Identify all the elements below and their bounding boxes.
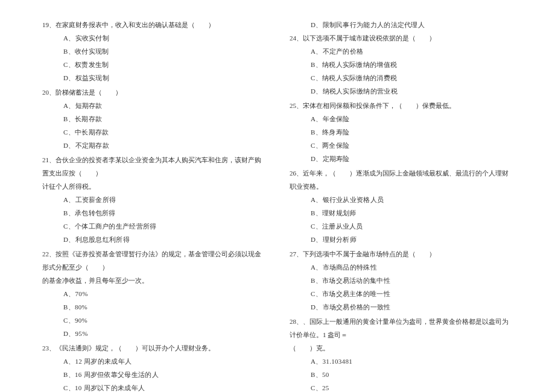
question-23: 23、《民法通则》规定，（ ）可以开办个人理财业务。 A、12 周岁的未成年人 … [42, 341, 265, 392]
q23-option-d: D、限制民事行为能力人的法定代理人 [290, 18, 513, 31]
q28-option-c: C、25 [290, 381, 513, 392]
q19-option-a: A、实收实付制 [42, 31, 265, 45]
question-25: 25、宋体在相同保额和投保条件下，（ ）保费最低。 A、年金保险 B、终身寿险 … [290, 99, 513, 165]
q23-stem: 23、《民法通则》规定，（ ）可以开办个人理财业务。 [42, 341, 265, 355]
question-20: 20、阶梯储蓄法是（ ） A、短期存款 B、长期存款 C、中长期存款 D、不定期… [42, 86, 265, 152]
q25-option-a: A、年金保险 [290, 112, 513, 125]
question-26: 26、近年来，（ ）逐渐成为国际上金融领域最权威、最流行的个人理财职业资格。 A… [290, 166, 513, 246]
q22-stem: 22、按照《证券投资基金管理暂行办法》的规定，基金管理公司必须以现金形式分配至少… [42, 247, 265, 274]
q28-stem: 28、、国际上一般通用的黄金计量单位为盎司，世界黄金价格都是以盎司为计价单位。1… [290, 315, 513, 341]
question-27: 27、下列选项中不属于金融市场特点的是（ ） A、市场商品的特殊性 B、市场交易… [290, 247, 513, 314]
q21-option-a: A、工资薪金所得 [42, 193, 265, 206]
q20-option-c: C、中长期存款 [42, 125, 265, 139]
q26-option-a: A、银行业从业资格人员 [290, 193, 513, 206]
q22-option-d: D、95% [42, 327, 265, 340]
q27-option-b: B、市场交易活动的集中性 [290, 274, 513, 287]
question-19: 19、在家庭财务报表中，收入和支出的确认基础是（ ） A、实收实付制 B、收付实… [42, 18, 265, 84]
q19-option-b: B、收付实现制 [42, 45, 265, 58]
q27-option-a: A、市场商品的特殊性 [290, 261, 513, 274]
q22-continuation: 的基金净收益，并且每年至少一次。 [42, 274, 265, 287]
right-column: D、限制民事行为能力人的法定代理人 24、以下选项不属于城市建设税依据的是（ ）… [290, 18, 513, 392]
q27-option-d: D、市场交易价格的一致性 [290, 300, 513, 314]
q26-option-d: D、理财分析师 [290, 233, 513, 246]
q21-continuation: 计征个人所得税。 [42, 180, 265, 193]
q27-option-c: C、市场交易主体的唯一性 [290, 287, 513, 300]
q20-stem: 20、阶梯储蓄法是（ ） [42, 86, 265, 99]
q22-option-c: C、90% [42, 314, 265, 327]
q25-stem: 25、宋体在相同保额和投保条件下，（ ）保费最低。 [290, 99, 513, 112]
q28-option-a: A、31.103481 [290, 355, 513, 368]
q27-stem: 27、下列选项中不属于金融市场特点的是（ ） [290, 247, 513, 261]
q28-continuation: （ ）克。 [290, 341, 513, 355]
question-22: 22、按照《证券投资基金管理暂行办法》的规定，基金管理公司必须以现金形式分配至少… [42, 247, 265, 340]
q26-option-c: C、注册从业人员 [290, 220, 513, 233]
q19-option-c: C、权责发生制 [42, 58, 265, 71]
q25-option-c: C、两全保险 [290, 139, 513, 152]
q20-option-d: D、不定期存款 [42, 139, 265, 152]
page-columns: 19、在家庭财务报表中，收入和支出的确认基础是（ ） A、实收实付制 B、收付实… [42, 18, 513, 392]
question-21: 21、合伙企业的投资者李某以企业资金为其本人购买汽车和住房，该财产购置支出应按（… [42, 153, 265, 246]
q24-option-a: A、不定产的价格 [290, 45, 513, 58]
question-28: 28、、国际上一般通用的黄金计量单位为盎司，世界黄金价格都是以盎司为计价单位。1… [290, 315, 513, 392]
q24-stem: 24、以下选项不属于城市建设税依据的是（ ） [290, 31, 513, 45]
q25-option-b: B、终身寿险 [290, 125, 513, 139]
left-column: 19、在家庭财务报表中，收入和支出的确认基础是（ ） A、实收实付制 B、收付实… [42, 18, 265, 392]
q24-option-c: C、纳税人实际缴纳的消费税 [290, 71, 513, 84]
q20-option-b: B、长期存款 [42, 112, 265, 125]
q21-option-b: B、承包转包所得 [42, 206, 265, 220]
q26-stem: 26、近年来，（ ）逐渐成为国际上金融领域最权威、最流行的个人理财职业资格。 [290, 166, 513, 193]
q19-option-d: D、权益实现制 [42, 71, 265, 84]
q21-stem: 21、合伙企业的投资者李某以企业资金为其本人购买汽车和住房，该财产购置支出应按（… [42, 153, 265, 180]
q21-option-c: C、个体工商户的生产经营所得 [42, 220, 265, 233]
q22-option-a: A、70% [42, 287, 265, 300]
q26-option-b: B、理财规划师 [290, 206, 513, 220]
q22-option-b: B、80% [42, 300, 265, 314]
q21-option-d: D、利息股息红利所得 [42, 233, 265, 246]
question-24: 24、以下选项不属于城市建设税依据的是（ ） A、不定产的价格 B、纳税人实际缴… [290, 31, 513, 98]
q23-option-b: B、16 周岁但依靠父母生活的人 [42, 368, 265, 381]
q28-option-b: B、50 [290, 368, 513, 381]
q23-option-c: C、10 周岁以下的未成年人 [42, 381, 265, 392]
q25-option-d: D、定期寿险 [290, 152, 513, 165]
q19-stem: 19、在家庭财务报表中，收入和支出的确认基础是（ ） [42, 18, 265, 31]
q24-option-b: B、纳税人实际缴纳的增值税 [290, 58, 513, 71]
q20-option-a: A、短期存款 [42, 99, 265, 112]
q23-option-a: A、12 周岁的未成年人 [42, 355, 265, 368]
q24-option-d: D、纳税人实际缴纳的营业税 [290, 84, 513, 98]
